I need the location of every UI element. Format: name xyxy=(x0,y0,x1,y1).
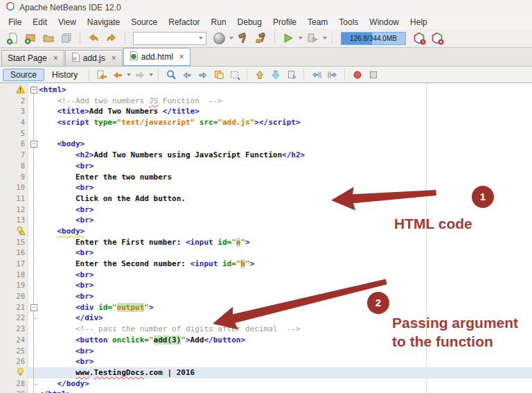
tab-add-js[interactable]: js add.js × xyxy=(65,50,123,66)
fold-margin[interactable] xyxy=(28,356,39,367)
find-previous-icon[interactable] xyxy=(179,68,194,81)
code-text[interactable]: <h2>Add Two Numbers using JavaScript Fun… xyxy=(39,150,532,161)
menu-profile[interactable]: Profile xyxy=(267,16,302,28)
menu-edit[interactable]: Edit xyxy=(27,16,53,28)
code-line[interactable]: 4 <script type="text/javascript" src="ad… xyxy=(0,117,532,128)
code-line[interactable]: 20 <br> xyxy=(0,291,532,302)
code-text[interactable]: <br> xyxy=(39,346,532,357)
code-line[interactable]: 18 <br> xyxy=(0,270,532,281)
tab-add-html[interactable]: add.html × xyxy=(123,48,190,66)
code-line[interactable]: 9 Enter the two numbers xyxy=(0,172,532,183)
code-text[interactable]: <br> xyxy=(39,291,532,302)
tab-start-page[interactable]: Start Page × xyxy=(1,50,64,66)
code-text[interactable]: </div> xyxy=(39,313,532,324)
code-text[interactable]: Enter the First number: <input id="a"> xyxy=(39,237,532,248)
gutter-cell[interactable]: 25 xyxy=(0,346,28,357)
fold-margin[interactable] xyxy=(28,161,39,172)
last-edit-icon[interactable] xyxy=(94,68,109,81)
code-line[interactable]: 15 Enter the First number: <input id="a"… xyxy=(0,237,532,248)
profile-icon[interactable] xyxy=(411,30,427,46)
fold-margin[interactable] xyxy=(28,128,39,139)
fold-margin[interactable] xyxy=(28,96,39,107)
toggle-bookmark-icon[interactable] xyxy=(284,68,299,81)
code-text[interactable]: <br> xyxy=(39,247,532,259)
gutter-cell[interactable]: 12 xyxy=(0,204,28,216)
redo-icon[interactable] xyxy=(103,30,120,46)
gutter-cell[interactable]: 13 xyxy=(0,215,28,226)
fold-margin[interactable] xyxy=(28,302,39,313)
gutter-cell[interactable] xyxy=(0,85,28,96)
menu-tools[interactable]: Tools xyxy=(333,16,364,28)
code-text[interactable]: Click on the Add button. xyxy=(39,193,532,204)
source-view-button[interactable]: Source xyxy=(3,69,44,81)
fold-margin[interactable] xyxy=(28,367,39,378)
code-line[interactable]: 26 <br> xyxy=(0,356,532,367)
gutter-cell[interactable]: 10 xyxy=(0,182,28,193)
hint-bulb-icon[interactable] xyxy=(16,368,25,376)
fold-margin[interactable] xyxy=(28,193,39,204)
code-text[interactable]: <br> xyxy=(39,161,532,172)
gutter-cell[interactable]: 3 xyxy=(0,106,28,117)
new-project-icon[interactable] xyxy=(22,30,39,46)
new-file-icon[interactable] xyxy=(4,30,21,46)
find-icon[interactable] xyxy=(163,68,178,81)
fold-margin[interactable] xyxy=(28,259,39,270)
gutter-cell[interactable]: 6 xyxy=(0,139,28,150)
code-text[interactable]: <br> xyxy=(39,356,532,367)
code-text[interactable] xyxy=(39,128,532,139)
fold-margin[interactable] xyxy=(28,106,39,117)
code-text[interactable]: www.TestingDocs.com | 2016 xyxy=(39,367,532,378)
gutter-cell[interactable]: 28 xyxy=(0,378,28,390)
code-editor[interactable]: <html>2 <!--Add two numbers JS Function … xyxy=(0,83,532,393)
fold-margin[interactable] xyxy=(28,247,39,259)
code-text[interactable]: </body> xyxy=(39,378,532,390)
debug-project-icon[interactable] xyxy=(304,30,321,46)
code-text[interactable]: Enter the two numbers xyxy=(39,172,532,183)
history-view-button[interactable]: History xyxy=(46,69,84,81)
fold-margin[interactable] xyxy=(28,215,39,226)
gutter-cell[interactable]: 16 xyxy=(0,247,28,259)
gutter-cell[interactable]: 17 xyxy=(0,259,28,270)
code-line[interactable]: 21 <div id="output"> xyxy=(0,302,532,313)
code-line[interactable]: 6 <body> xyxy=(0,139,532,150)
code-text[interactable]: <br> xyxy=(39,215,532,226)
menu-window[interactable]: Window xyxy=(364,16,405,28)
code-lines[interactable]: <html>2 <!--Add two numbers JS Function … xyxy=(0,85,532,393)
fold-margin[interactable] xyxy=(28,313,39,324)
code-line[interactable]: 5 xyxy=(0,128,532,139)
menu-view[interactable]: View xyxy=(53,16,82,28)
code-text[interactable]: <!--Add two numbers JS Function --> xyxy=(39,96,532,107)
gutter-cell[interactable]: 19 xyxy=(0,280,28,291)
clean-build-icon[interactable] xyxy=(253,30,269,46)
close-icon[interactable]: × xyxy=(112,53,116,63)
record-macro-icon[interactable] xyxy=(350,68,364,81)
code-text[interactable]: <br> xyxy=(39,204,532,216)
next-bookmark-icon[interactable] xyxy=(268,68,283,81)
gutter-cell[interactable] xyxy=(0,226,28,237)
gutter-cell[interactable]: 24 xyxy=(0,335,28,346)
fold-margin[interactable] xyxy=(28,139,39,150)
fold-margin[interactable] xyxy=(28,85,39,96)
code-text[interactable]: <button onclick="add(3)">Add</button> xyxy=(39,335,532,346)
hint-bulb-warning-icon[interactable] xyxy=(16,227,25,235)
fold-margin[interactable] xyxy=(28,291,39,302)
run-project-icon[interactable] xyxy=(280,30,296,46)
code-line[interactable]: 8 <br> xyxy=(0,161,532,172)
gutter-cell[interactable]: 21 xyxy=(0,302,28,313)
fold-margin[interactable] xyxy=(28,280,39,291)
fold-margin[interactable] xyxy=(28,117,39,128)
menu-refactor[interactable]: Refactor xyxy=(163,16,205,28)
code-text[interactable]: <!-- pass the number of digits after dec… xyxy=(39,324,532,335)
code-text[interactable]: <body> xyxy=(39,226,532,237)
back-icon[interactable] xyxy=(110,68,125,81)
code-text[interactable]: <br> xyxy=(39,182,532,193)
gutter-cell[interactable]: 20 xyxy=(0,291,28,302)
gutter-cell[interactable]: 2 xyxy=(0,96,28,107)
memory-bar[interactable]: 126.8/344.0MB xyxy=(341,32,406,45)
fold-margin[interactable] xyxy=(28,324,39,335)
build-project-icon[interactable] xyxy=(235,30,251,46)
forward-icon[interactable] xyxy=(132,68,147,81)
fold-margin[interactable] xyxy=(28,346,39,357)
close-icon[interactable]: × xyxy=(53,53,58,63)
code-line[interactable]: <html> xyxy=(0,85,532,96)
